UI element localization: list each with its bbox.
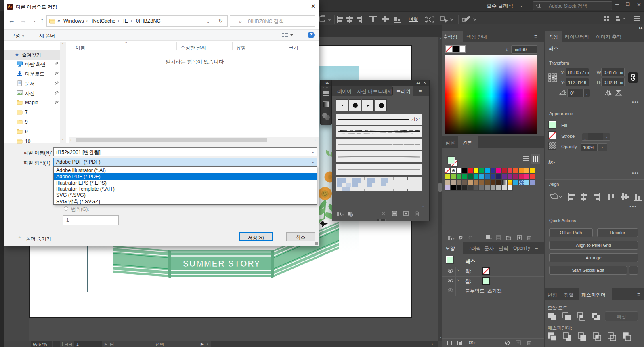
svg-text:SUMMER STORY: SUMMER STORY [183,259,260,269]
svg-text:변형: 변형 [409,17,418,22]
svg-text:cc: cc [350,213,353,216]
